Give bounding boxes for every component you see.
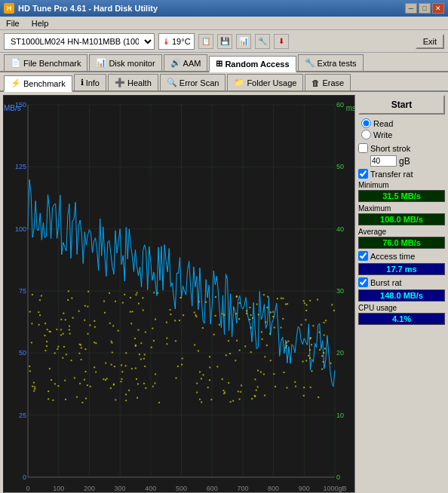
toolbar-icon-3[interactable]: 📊 [236, 34, 251, 49]
minimum-stat: Minimum 31.5 MB/s [358, 181, 445, 202]
title-bar-left: H HD Tune Pro 4.61 - Hard Disk Utility [4, 3, 158, 14]
aam-icon: 🔊 [170, 58, 181, 68]
title-bar-buttons[interactable]: ─ □ ✕ [405, 3, 444, 14]
maximum-label: Maximum [358, 204, 445, 213]
error-scan-icon: 🔍 [167, 78, 177, 87]
chart-canvas [4, 96, 355, 493]
minimum-value: 31.5 MB/s [358, 190, 445, 202]
maximum-value: 108.0 MB/s [358, 213, 445, 225]
close-button[interactable]: ✕ [432, 3, 444, 14]
folder-usage-icon: 📁 [234, 78, 244, 87]
minimum-label: Minimum [358, 181, 445, 189]
write-label: Write [373, 130, 392, 139]
title-bar: H HD Tune Pro 4.61 - Hard Disk Utility ─… [0, 0, 448, 17]
average-stat: Average 76.0 MB/s [358, 228, 445, 249]
exit-button[interactable]: Exit [416, 34, 444, 49]
erase-icon: 🗑 [311, 78, 320, 87]
tab-bar-bottom: ⚡ Benchmark ℹ Info ➕ Health 🔍 Error Scan… [0, 72, 448, 92]
toolbar-icon-1[interactable]: 📋 [198, 34, 213, 49]
sidebar: Start Read Write Short strok gB Transfer… [358, 95, 445, 493]
tab-benchmark-label: Benchmark [23, 79, 66, 88]
info-icon: ℹ [81, 78, 84, 87]
tab-erase[interactable]: 🗑 Erase [305, 74, 351, 90]
toolbar: ST1000LM024 HN-M101MBB (1000 gB) 🌡 19°C … [0, 30, 448, 53]
tab-aam[interactable]: 🔊 AAM [164, 54, 208, 71]
maximum-stat: Maximum 108.0 MB/s [358, 204, 445, 225]
access-time-checkbox-item[interactable]: Access time [358, 251, 445, 261]
burst-rate-label: Burst rat [370, 278, 402, 287]
tab-benchmark[interactable]: ⚡ Benchmark [4, 75, 72, 92]
drive-selector[interactable]: ST1000LM024 HN-M101MBB (1000 gB) [4, 33, 155, 50]
burst-rate-stat: 148.0 MB/s [358, 289, 445, 302]
toolbar-icon-2[interactable]: 💾 [217, 34, 232, 49]
read-radio-label[interactable]: Read [361, 118, 442, 128]
disk-monitor-icon: 📊 [96, 58, 106, 68]
menu-bar: File Help [0, 17, 448, 30]
tab-extra-tests[interactable]: 🔧 Extra tests [298, 54, 364, 71]
tab-random-access[interactable]: ⊞ Random Access [209, 56, 296, 72]
tab-error-scan-label: Error Scan [180, 78, 219, 87]
transfer-rate-checkbox-item[interactable]: Transfer rat [358, 169, 445, 179]
access-time-label: Access time [370, 252, 415, 261]
tab-random-access-label: Random Access [225, 60, 289, 69]
toolbar-icon-5[interactable]: ⬇ [274, 34, 289, 49]
tab-extra-tests-label: Extra tests [318, 59, 357, 68]
thermometer-icon: 🌡 [162, 37, 170, 46]
tab-folder-usage-label: Folder Usage [247, 78, 296, 87]
radio-group: Read Write [358, 117, 445, 141]
chart-area [3, 95, 355, 493]
transfer-rate-checkbox[interactable] [358, 169, 368, 179]
tab-health-label: Health [127, 78, 152, 87]
access-time-value: 17.7 ms [358, 263, 445, 275]
tab-error-scan[interactable]: 🔍 Error Scan [160, 74, 226, 90]
short-strok-spinbox: gB [358, 155, 445, 167]
short-strok-checkbox-item[interactable]: Short strok [358, 143, 445, 153]
cpu-usage-label: CPU usage [358, 304, 445, 312]
average-value: 76.0 MB/s [358, 237, 445, 249]
short-strok-unit: gB [399, 156, 410, 167]
access-time-checkbox[interactable] [358, 251, 368, 261]
benchmark-icon: ⚡ [11, 78, 21, 88]
window-title: HD Tune Pro 4.61 - Hard Disk Utility [18, 4, 158, 13]
tab-disk-monitor-label: Disk monitor [109, 59, 155, 68]
file-benchmark-icon: 📄 [11, 58, 21, 68]
health-icon: ➕ [115, 78, 125, 87]
tab-disk-monitor[interactable]: 📊 Disk monitor [89, 54, 161, 71]
tab-erase-label: Erase [322, 78, 344, 87]
average-label: Average [358, 228, 445, 236]
transfer-rate-label: Transfer rat [370, 170, 413, 179]
burst-rate-value: 148.0 MB/s [358, 289, 445, 302]
tab-info[interactable]: ℹ Info [74, 74, 106, 90]
temperature-display: 🌡 19°C [158, 33, 195, 50]
tab-folder-usage[interactable]: 📁 Folder Usage [227, 74, 303, 90]
extra-tests-icon: 🔧 [305, 58, 315, 68]
write-radio-label[interactable]: Write [361, 130, 442, 139]
short-strok-input[interactable] [370, 155, 397, 167]
temperature-value: 19°C [172, 37, 191, 46]
tab-bar-top: 📄 File Benchmark 📊 Disk monitor 🔊 AAM ⊞ … [0, 53, 448, 72]
short-strok-checkbox[interactable] [358, 143, 368, 153]
read-radio[interactable] [361, 118, 371, 128]
toolbar-icon-4[interactable]: 🔧 [255, 34, 270, 49]
tab-health[interactable]: ➕ Health [108, 74, 158, 90]
tab-file-benchmark-label: File Benchmark [23, 59, 81, 68]
menu-file[interactable]: File [4, 18, 22, 29]
cpu-usage-stat: CPU usage 4.1% [358, 304, 445, 325]
maximize-button[interactable]: □ [419, 3, 431, 14]
random-access-icon: ⊞ [216, 59, 222, 69]
menu-help[interactable]: Help [29, 18, 51, 29]
start-button[interactable]: Start [358, 95, 445, 115]
app-icon: H [4, 3, 14, 14]
tab-info-label: Info [86, 78, 100, 87]
read-label: Read [373, 119, 393, 128]
burst-rate-checkbox[interactable] [358, 277, 368, 287]
write-radio[interactable] [361, 130, 371, 139]
access-time-stat: 17.7 ms [358, 263, 445, 275]
burst-rate-checkbox-item[interactable]: Burst rat [358, 277, 445, 287]
tab-aam-label: AAM [183, 59, 201, 68]
minimize-button[interactable]: ─ [405, 3, 417, 14]
main-content: Start Read Write Short strok gB Transfer… [0, 92, 448, 493]
tab-file-benchmark[interactable]: 📄 File Benchmark [4, 54, 87, 71]
cpu-usage-value: 4.1% [358, 313, 445, 325]
short-strok-label: Short strok [370, 144, 410, 153]
